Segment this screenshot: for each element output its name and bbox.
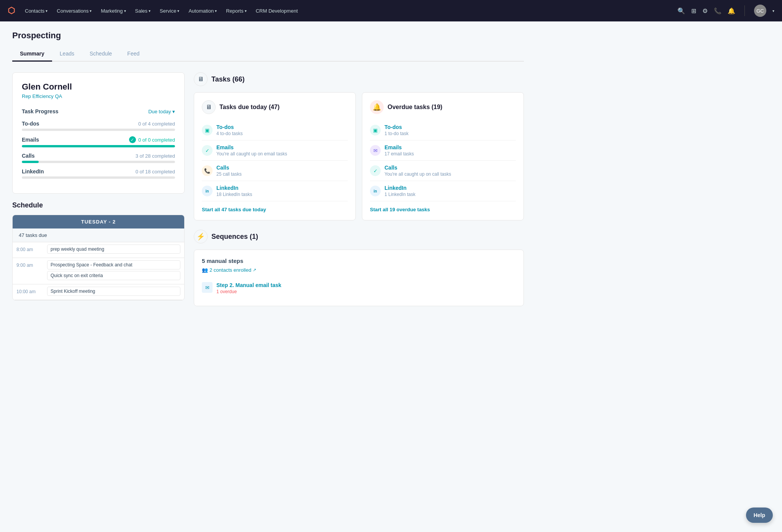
schedule-event[interactable]: Sprint Kickoff meeting [47, 287, 180, 296]
nav-icon-group: 🔍 ⊞ ⚙ 📞 🔔 GC ▾ [677, 5, 774, 17]
contacts-enrolled-link[interactable]: 👥 2 contacts enrolled ↗ [202, 267, 516, 273]
overdue-todos-link[interactable]: To-dos [384, 124, 409, 130]
progress-value-emails: ✓ 0 of 0 completed [129, 136, 175, 143]
tab-schedule[interactable]: Schedule [82, 47, 119, 62]
due-today-filter[interactable]: Due today ▾ [148, 109, 175, 114]
tasks-due-today-card: 🖥 Tasks due today (47) ▣ To-dos 4 to-do … [194, 92, 356, 220]
chevron-down-icon: ▾ [124, 9, 126, 13]
schedule-timeslot-10am: 10:00 am Sprint Kickoff meeting [13, 284, 184, 300]
profile-role: Rep Efficiency QA [22, 93, 175, 99]
schedule-time-8am: 8:00 am [13, 242, 43, 258]
tasks-section-title: Tasks (66) [211, 75, 245, 83]
nav-divider [744, 5, 745, 16]
chevron-down-icon: ▾ [215, 9, 217, 13]
overdue-linkedin-icon: in [370, 186, 381, 196]
external-link-icon: ↗ [253, 268, 256, 273]
top-navigation: ⬡ Contacts ▾ Conversations ▾ Marketing ▾… [0, 0, 782, 21]
task-progress-title: Task Progress [22, 108, 58, 114]
overdue-emails-link[interactable]: Emails [384, 144, 414, 150]
overdue-todos-icon: ▣ [370, 125, 381, 135]
overdue-calls-link[interactable]: Calls [384, 165, 451, 171]
linkedin-link[interactable]: LinkedIn [216, 185, 252, 191]
tasks-due-today-header: 🖥 Tasks due today (47) [202, 100, 348, 114]
sequence-step-icon: ✉ [202, 282, 213, 293]
sequences-icon: ⚡ [194, 230, 208, 243]
nav-automation[interactable]: Automation ▾ [185, 5, 221, 17]
profile-name: Glen Cornell [22, 82, 175, 92]
schedule-time-9am: 9:00 am [13, 258, 43, 284]
sequence-step-name[interactable]: Step 2. Manual email task [216, 282, 281, 288]
tab-feed[interactable]: Feed [119, 47, 147, 62]
overdue-emails-icon: ✉ [370, 145, 381, 156]
nav-reports[interactable]: Reports ▾ [222, 5, 250, 17]
overdue-emails-desc: 17 email tasks [384, 151, 414, 157]
calls-link[interactable]: Calls [216, 165, 242, 171]
search-icon[interactable]: 🔍 [677, 7, 685, 15]
task-item-linkedin: in LinkedIn 18 LinkedIn tasks [202, 181, 348, 201]
tab-summary[interactable]: Summary [12, 47, 52, 62]
tab-leads[interactable]: Leads [52, 47, 82, 62]
nav-crm-development[interactable]: CRM Development [252, 5, 302, 17]
progress-label-todos: To-dos [22, 121, 39, 127]
chevron-down-icon: ▾ [149, 9, 151, 13]
progress-value-linkedin: 0 of 18 completed [136, 169, 175, 175]
schedule-title: Schedule [12, 201, 185, 209]
schedule-event[interactable]: Quick sync on exit criteria [47, 271, 180, 280]
schedule-section: Schedule TUESDAY - 2 47 tasks due 8:00 a… [12, 201, 185, 300]
overdue-tasks-header: 🔔 Overdue tasks (19) [370, 100, 516, 114]
overdue-tasks-card: 🔔 Overdue tasks (19) ▣ To-dos 1 to-do ta… [362, 92, 524, 220]
overdue-task-item-emails: ✉ Emails 17 email tasks [370, 140, 516, 161]
marketplace-icon[interactable]: ⊞ [691, 7, 696, 15]
schedule-event[interactable]: Prospecting Space - Feedback and chat [47, 260, 180, 269]
nav-sales[interactable]: Sales ▾ [131, 5, 155, 17]
nav-service[interactable]: Service ▾ [156, 5, 183, 17]
hubspot-logo[interactable]: ⬡ [8, 6, 15, 16]
todos-link[interactable]: To-dos [216, 124, 243, 130]
sequence-step-overdue: 1 overdue [216, 289, 281, 294]
schedule-time-10am: 10:00 am [13, 284, 43, 300]
page-title: Prospecting [12, 31, 524, 41]
progress-value-calls: 3 of 28 completed [136, 153, 175, 159]
tasks-grid: 🖥 Tasks due today (47) ▣ To-dos 4 to-do … [194, 92, 524, 220]
right-column: 🖥 Tasks (66) 🖥 Tasks due today (47) ▣ [194, 72, 524, 306]
progress-bar-todos-bg [22, 129, 175, 131]
task-item-emails: ✓ Emails You're all caught up on email t… [202, 140, 348, 161]
progress-row-calls: Calls 3 of 28 completed [22, 153, 175, 163]
linkedin-icon: in [202, 186, 213, 196]
sequence-step-item: ✉ Step 2. Manual email task 1 overdue [202, 278, 516, 298]
progress-bar-emails-bg [22, 145, 175, 147]
main-layout: Glen Cornell Rep Efficiency QA Task Prog… [12, 72, 524, 306]
overdue-calls-desc: You're all caught up on call tasks [384, 171, 451, 177]
overdue-calls-icon: ✓ [370, 165, 381, 176]
emails-desc: You're all caught up on email tasks [216, 151, 287, 157]
notifications-icon[interactable]: 🔔 [728, 7, 735, 15]
chevron-down-icon: ▾ [46, 9, 47, 13]
nav-conversations[interactable]: Conversations ▾ [53, 5, 95, 17]
nav-marketing[interactable]: Marketing ▾ [97, 5, 129, 17]
schedule-tasks-due: 47 tasks due [13, 228, 184, 242]
progress-value-todos: 0 of 4 completed [138, 121, 175, 127]
start-all-overdue-link[interactable]: Start all 19 overdue tasks [370, 207, 516, 212]
check-icon: ✓ [129, 136, 136, 143]
contacts-enrolled-icon: 👥 [202, 267, 208, 273]
progress-label-linkedin: LinkedIn [22, 168, 44, 175]
schedule-event[interactable]: prep weekly quad meeting [47, 245, 180, 254]
emails-link[interactable]: Emails [216, 144, 287, 150]
schedule-events-10am: Sprint Kickoff meeting [43, 284, 184, 300]
schedule-day-header: TUESDAY - 2 [13, 215, 184, 228]
calls-icon[interactable]: 📞 [714, 7, 721, 15]
nav-contacts[interactable]: Contacts ▾ [21, 5, 51, 17]
progress-row-emails: Emails ✓ 0 of 0 completed [22, 136, 175, 147]
settings-icon[interactable]: ⚙ [702, 7, 708, 15]
avatar[interactable]: GC [754, 5, 766, 17]
progress-bar-emails-fill [22, 145, 175, 147]
tab-bar: Summary Leads Schedule Feed [12, 47, 524, 62]
overdue-todos-desc: 1 to-do task [384, 131, 409, 136]
tasks-section-icon: 🖥 [194, 72, 208, 86]
progress-bar-calls-fill [22, 161, 39, 163]
account-chevron-icon[interactable]: ▾ [772, 9, 774, 13]
sequences-section-header: ⚡ Sequences (1) [194, 230, 524, 243]
tasks-section: 🖥 Tasks (66) 🖥 Tasks due today (47) ▣ [194, 72, 524, 220]
start-all-today-link[interactable]: Start all 47 tasks due today [202, 207, 348, 212]
overdue-linkedin-link[interactable]: LinkedIn [384, 185, 416, 191]
